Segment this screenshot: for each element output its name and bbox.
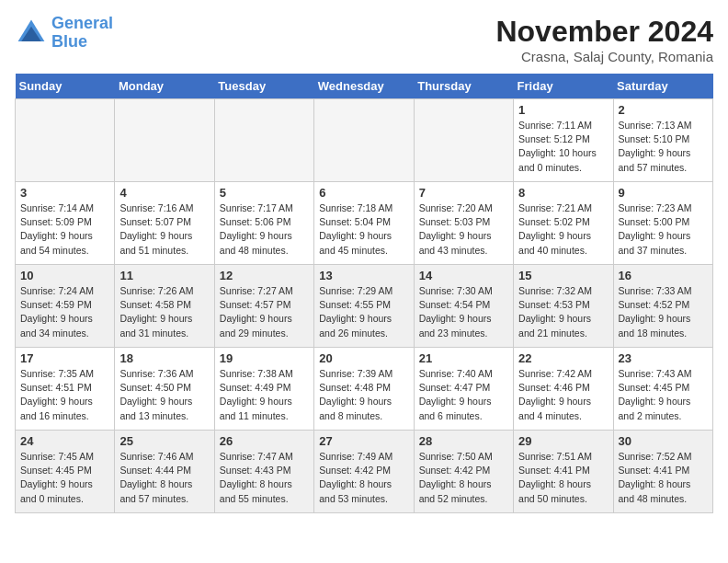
- day-number: 5: [220, 186, 309, 200]
- calendar-table: SundayMondayTuesdayWednesdayThursdayFrid…: [15, 74, 713, 513]
- day-info: Sunrise: 7:13 AMSunset: 5:10 PMDaylight:…: [619, 119, 708, 175]
- day-info: Sunrise: 7:32 AMSunset: 4:53 PMDaylight:…: [518, 284, 608, 340]
- calendar-cell: 9Sunrise: 7:23 AMSunset: 5:00 PMDaylight…: [613, 182, 712, 265]
- weekday-header: Saturday: [613, 74, 712, 99]
- logo-text: General Blue: [51, 15, 113, 52]
- day-info: Sunrise: 7:20 AMSunset: 5:03 PMDaylight:…: [419, 201, 508, 258]
- day-info: Sunrise: 7:39 AMSunset: 4:48 PMDaylight:…: [319, 367, 408, 423]
- calendar-cell: 26Sunrise: 7:47 AMSunset: 4:43 PMDayligh…: [214, 431, 313, 513]
- month-title: November 2024: [495, 15, 713, 49]
- calendar-week-row: 10Sunrise: 7:24 AMSunset: 4:59 PMDayligh…: [16, 265, 713, 348]
- calendar-cell: 28Sunrise: 7:50 AMSunset: 4:42 PMDayligh…: [414, 431, 513, 513]
- calendar-week-row: 1Sunrise: 7:11 AMSunset: 5:12 PMDaylight…: [16, 99, 713, 182]
- day-info: Sunrise: 7:23 AMSunset: 5:00 PMDaylight:…: [619, 201, 708, 258]
- day-number: 20: [319, 351, 408, 365]
- day-number: 7: [419, 186, 508, 200]
- day-number: 28: [419, 434, 508, 448]
- calendar-cell: 4Sunrise: 7:16 AMSunset: 5:07 PMDaylight…: [115, 182, 214, 265]
- day-info: Sunrise: 7:11 AMSunset: 5:12 PMDaylight:…: [518, 119, 608, 175]
- day-info: Sunrise: 7:17 AMSunset: 5:06 PMDaylight:…: [220, 201, 309, 258]
- calendar-cell: [115, 99, 214, 182]
- calendar-cell: 20Sunrise: 7:39 AMSunset: 4:48 PMDayligh…: [314, 348, 414, 431]
- calendar-cell: 6Sunrise: 7:18 AMSunset: 5:04 PMDaylight…: [314, 182, 414, 265]
- calendar-cell: 27Sunrise: 7:49 AMSunset: 4:42 PMDayligh…: [314, 431, 414, 513]
- calendar-cell: 23Sunrise: 7:43 AMSunset: 4:45 PMDayligh…: [613, 348, 712, 431]
- day-number: 1: [518, 103, 608, 117]
- day-number: 19: [220, 351, 309, 365]
- calendar-cell: 2Sunrise: 7:13 AMSunset: 5:10 PMDaylight…: [613, 99, 712, 182]
- calendar-cell: 24Sunrise: 7:45 AMSunset: 4:45 PMDayligh…: [16, 431, 115, 513]
- day-number: 9: [619, 186, 708, 200]
- day-info: Sunrise: 7:27 AMSunset: 4:57 PMDaylight:…: [220, 284, 309, 340]
- day-info: Sunrise: 7:16 AMSunset: 5:07 PMDaylight:…: [119, 201, 209, 258]
- calendar-cell: 7Sunrise: 7:20 AMSunset: 5:03 PMDaylight…: [414, 182, 513, 265]
- calendar-cell: 18Sunrise: 7:36 AMSunset: 4:50 PMDayligh…: [115, 348, 214, 431]
- logo: General Blue: [15, 15, 113, 52]
- day-info: Sunrise: 7:49 AMSunset: 4:42 PMDaylight:…: [319, 450, 408, 506]
- day-info: Sunrise: 7:47 AMSunset: 4:43 PMDaylight:…: [220, 450, 309, 506]
- day-number: 8: [518, 186, 608, 200]
- day-info: Sunrise: 7:51 AMSunset: 4:41 PMDaylight:…: [518, 450, 608, 506]
- day-info: Sunrise: 7:40 AMSunset: 4:47 PMDaylight:…: [419, 367, 508, 423]
- day-number: 26: [220, 434, 309, 448]
- calendar-cell: [214, 99, 313, 182]
- day-info: Sunrise: 7:38 AMSunset: 4:49 PMDaylight:…: [220, 367, 309, 423]
- weekday-header: Thursday: [414, 74, 513, 99]
- weekday-header: Tuesday: [214, 74, 313, 99]
- day-info: Sunrise: 7:26 AMSunset: 4:58 PMDaylight:…: [119, 284, 209, 340]
- calendar-cell: 15Sunrise: 7:32 AMSunset: 4:53 PMDayligh…: [514, 265, 613, 348]
- day-number: 25: [119, 434, 209, 448]
- calendar-cell: 10Sunrise: 7:24 AMSunset: 4:59 PMDayligh…: [16, 265, 115, 348]
- day-info: Sunrise: 7:33 AMSunset: 4:52 PMDaylight:…: [619, 284, 708, 340]
- calendar-cell: 8Sunrise: 7:21 AMSunset: 5:02 PMDaylight…: [514, 182, 613, 265]
- weekday-header: Wednesday: [314, 74, 414, 99]
- logo-icon: [15, 17, 48, 50]
- day-number: 2: [619, 103, 708, 117]
- weekday-header-row: SundayMondayTuesdayWednesdayThursdayFrid…: [16, 74, 713, 99]
- calendar-cell: 30Sunrise: 7:52 AMSunset: 4:41 PMDayligh…: [613, 431, 712, 513]
- calendar-cell: 12Sunrise: 7:27 AMSunset: 4:57 PMDayligh…: [214, 265, 313, 348]
- day-number: 21: [419, 351, 508, 365]
- day-info: Sunrise: 7:18 AMSunset: 5:04 PMDaylight:…: [319, 201, 408, 258]
- page-header: General Blue November 2024 Crasna, Salaj…: [15, 15, 713, 64]
- calendar-week-row: 3Sunrise: 7:14 AMSunset: 5:09 PMDaylight…: [16, 182, 713, 265]
- calendar-cell: 22Sunrise: 7:42 AMSunset: 4:46 PMDayligh…: [514, 348, 613, 431]
- day-info: Sunrise: 7:14 AMSunset: 5:09 PMDaylight:…: [20, 201, 109, 258]
- calendar-cell: 14Sunrise: 7:30 AMSunset: 4:54 PMDayligh…: [414, 265, 513, 348]
- calendar-cell: 16Sunrise: 7:33 AMSunset: 4:52 PMDayligh…: [613, 265, 712, 348]
- calendar-cell: 25Sunrise: 7:46 AMSunset: 4:44 PMDayligh…: [115, 431, 214, 513]
- day-info: Sunrise: 7:21 AMSunset: 5:02 PMDaylight:…: [518, 201, 608, 258]
- day-number: 13: [319, 269, 408, 282]
- calendar-week-row: 17Sunrise: 7:35 AMSunset: 4:51 PMDayligh…: [16, 348, 713, 431]
- day-info: Sunrise: 7:36 AMSunset: 4:50 PMDaylight:…: [119, 367, 209, 423]
- calendar-cell: [314, 99, 414, 182]
- calendar-cell: 29Sunrise: 7:51 AMSunset: 4:41 PMDayligh…: [514, 431, 613, 513]
- day-number: 29: [518, 434, 608, 448]
- calendar-cell: 17Sunrise: 7:35 AMSunset: 4:51 PMDayligh…: [16, 348, 115, 431]
- day-info: Sunrise: 7:29 AMSunset: 4:55 PMDaylight:…: [319, 284, 408, 340]
- calendar-cell: 19Sunrise: 7:38 AMSunset: 4:49 PMDayligh…: [214, 348, 313, 431]
- calendar-cell: [414, 99, 513, 182]
- day-info: Sunrise: 7:45 AMSunset: 4:45 PMDaylight:…: [20, 450, 109, 506]
- day-number: 24: [20, 434, 109, 448]
- day-number: 17: [20, 351, 109, 365]
- day-info: Sunrise: 7:43 AMSunset: 4:45 PMDaylight:…: [619, 367, 708, 423]
- calendar-cell: 13Sunrise: 7:29 AMSunset: 4:55 PMDayligh…: [314, 265, 414, 348]
- day-number: 11: [119, 269, 209, 282]
- day-number: 3: [20, 186, 109, 200]
- day-number: 23: [619, 351, 708, 365]
- day-number: 15: [518, 269, 608, 282]
- day-number: 4: [119, 186, 209, 200]
- day-info: Sunrise: 7:50 AMSunset: 4:42 PMDaylight:…: [419, 450, 508, 506]
- calendar-cell: [16, 99, 115, 182]
- calendar-cell: 3Sunrise: 7:14 AMSunset: 5:09 PMDaylight…: [16, 182, 115, 265]
- day-info: Sunrise: 7:42 AMSunset: 4:46 PMDaylight:…: [518, 367, 608, 423]
- title-block: November 2024 Crasna, Salaj County, Roma…: [495, 15, 713, 64]
- weekday-header: Monday: [115, 74, 214, 99]
- day-number: 18: [119, 351, 209, 365]
- calendar-cell: 1Sunrise: 7:11 AMSunset: 5:12 PMDaylight…: [514, 99, 613, 182]
- calendar-week-row: 24Sunrise: 7:45 AMSunset: 4:45 PMDayligh…: [16, 431, 713, 513]
- day-info: Sunrise: 7:46 AMSunset: 4:44 PMDaylight:…: [119, 450, 209, 506]
- day-number: 27: [319, 434, 408, 448]
- day-info: Sunrise: 7:24 AMSunset: 4:59 PMDaylight:…: [20, 284, 109, 340]
